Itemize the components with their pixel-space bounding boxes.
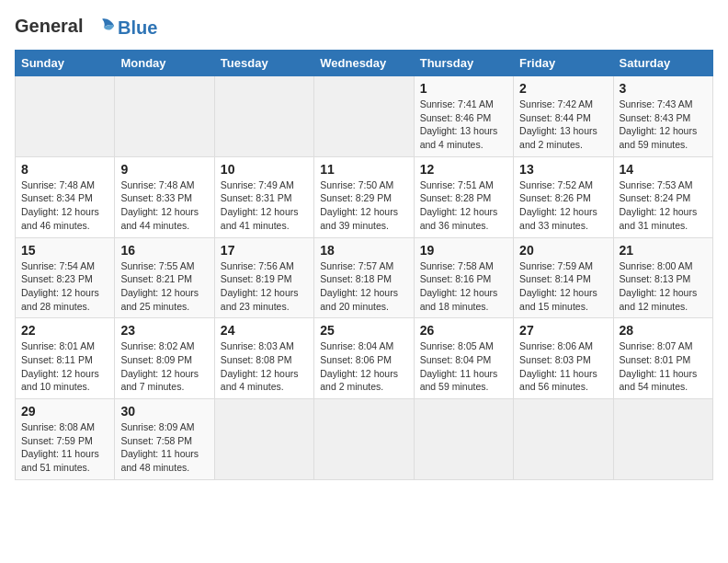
day-number: 14	[620, 162, 707, 177]
day-detail: Sunrise: 8:05 AMSunset: 8:04 PMDaylight:…	[420, 339, 507, 394]
day-number: 29	[21, 404, 108, 419]
day-number: 2	[519, 81, 607, 96]
calendar-cell	[214, 76, 313, 157]
day-detail: Sunrise: 7:48 AMSunset: 8:34 PMDaylight:…	[21, 178, 108, 233]
day-detail: Sunrise: 8:02 AMSunset: 8:09 PMDaylight:…	[120, 339, 208, 394]
day-detail: Sunrise: 8:00 AMSunset: 8:13 PMDaylight:…	[620, 259, 707, 314]
calendar-cell: 15 Sunrise: 7:54 AMSunset: 8:23 PMDaylig…	[16, 237, 115, 318]
calendar-cell	[115, 76, 214, 157]
calendar-week-5: 29 Sunrise: 8:08 AMSunset: 7:59 PMDaylig…	[16, 399, 713, 480]
calendar-cell: 17 Sunrise: 7:56 AMSunset: 8:19 PMDaylig…	[214, 237, 313, 318]
calendar-cell: 21 Sunrise: 8:00 AMSunset: 8:13 PMDaylig…	[613, 237, 712, 318]
day-detail: Sunrise: 7:54 AMSunset: 8:23 PMDaylight:…	[21, 259, 108, 314]
calendar-table: SundayMondayTuesdayWednesdayThursdayFrid…	[15, 50, 713, 480]
calendar-cell: 16 Sunrise: 7:55 AMSunset: 8:21 PMDaylig…	[115, 237, 214, 318]
day-number: 27	[519, 323, 607, 338]
day-number: 15	[21, 243, 108, 258]
weekday-header-monday: Monday	[115, 51, 214, 76]
calendar-cell: 23 Sunrise: 8:02 AMSunset: 8:09 PMDaylig…	[115, 318, 214, 399]
calendar-cell	[314, 399, 414, 480]
calendar-week-2: 8 Sunrise: 7:48 AMSunset: 8:34 PMDayligh…	[16, 156, 713, 237]
day-number: 16	[120, 243, 208, 258]
day-detail: Sunrise: 7:49 AMSunset: 8:31 PMDaylight:…	[221, 178, 308, 233]
calendar-cell: 20 Sunrise: 7:59 AMSunset: 8:14 PMDaylig…	[514, 237, 613, 318]
day-number: 24	[221, 323, 308, 338]
calendar-cell: 30 Sunrise: 8:09 AMSunset: 7:58 PMDaylig…	[115, 399, 214, 480]
calendar-cell: 3 Sunrise: 7:43 AMSunset: 8:43 PMDayligh…	[613, 76, 712, 157]
day-number: 21	[620, 243, 707, 258]
day-detail: Sunrise: 8:08 AMSunset: 7:59 PMDaylight:…	[21, 420, 108, 475]
calendar-cell: 9 Sunrise: 7:48 AMSunset: 8:33 PMDayligh…	[115, 156, 214, 237]
day-number: 25	[320, 323, 407, 338]
day-number: 3	[620, 81, 707, 96]
day-detail: Sunrise: 7:43 AMSunset: 8:43 PMDaylight:…	[620, 98, 707, 152]
calendar-cell: 26 Sunrise: 8:05 AMSunset: 8:04 PMDaylig…	[414, 318, 513, 399]
day-number: 20	[519, 243, 607, 258]
calendar-cell: 8 Sunrise: 7:48 AMSunset: 8:34 PMDayligh…	[16, 156, 115, 237]
day-detail: Sunrise: 7:42 AMSunset: 8:44 PMDaylight:…	[519, 98, 607, 152]
calendar-cell	[514, 399, 613, 480]
day-number: 28	[620, 323, 707, 338]
day-detail: Sunrise: 7:57 AMSunset: 8:18 PMDaylight:…	[320, 259, 407, 314]
calendar-cell: 10 Sunrise: 7:49 AMSunset: 8:31 PMDaylig…	[214, 156, 313, 237]
calendar-cell: 11 Sunrise: 7:50 AMSunset: 8:29 PMDaylig…	[314, 156, 414, 237]
day-detail: Sunrise: 7:56 AMSunset: 8:19 PMDaylight:…	[221, 259, 308, 314]
weekday-header-saturday: Saturday	[613, 51, 712, 76]
calendar-week-1: 1 Sunrise: 7:41 AMSunset: 8:46 PMDayligh…	[16, 76, 713, 157]
calendar-week-4: 22 Sunrise: 8:01 AMSunset: 8:11 PMDaylig…	[16, 318, 713, 399]
calendar-cell	[414, 399, 513, 480]
day-number: 1	[420, 81, 507, 96]
calendar-cell	[16, 76, 115, 157]
day-detail: Sunrise: 8:01 AMSunset: 8:11 PMDaylight:…	[21, 339, 108, 394]
logo-bird-icon	[90, 15, 116, 40]
day-number: 18	[320, 243, 407, 258]
day-number: 13	[519, 162, 607, 177]
logo: General Blue	[15, 15, 157, 40]
day-detail: Sunrise: 8:07 AMSunset: 8:01 PMDaylight:…	[620, 339, 707, 394]
calendar-cell: 13 Sunrise: 7:52 AMSunset: 8:26 PMDaylig…	[514, 156, 613, 237]
day-detail: Sunrise: 8:03 AMSunset: 8:08 PMDaylight:…	[221, 339, 308, 394]
day-number: 30	[120, 404, 208, 419]
day-detail: Sunrise: 7:41 AMSunset: 8:46 PMDaylight:…	[420, 98, 507, 152]
day-number: 12	[420, 162, 507, 177]
logo-general: General	[15, 16, 83, 36]
calendar-cell	[214, 399, 313, 480]
calendar-cell: 27 Sunrise: 8:06 AMSunset: 8:03 PMDaylig…	[514, 318, 613, 399]
calendar-cell: 2 Sunrise: 7:42 AMSunset: 8:44 PMDayligh…	[514, 76, 613, 157]
day-detail: Sunrise: 7:48 AMSunset: 8:33 PMDaylight:…	[120, 178, 208, 233]
day-detail: Sunrise: 7:51 AMSunset: 8:28 PMDaylight:…	[420, 178, 507, 233]
day-detail: Sunrise: 7:55 AMSunset: 8:21 PMDaylight:…	[120, 259, 208, 314]
day-detail: Sunrise: 7:59 AMSunset: 8:14 PMDaylight:…	[519, 259, 607, 314]
day-number: 10	[221, 162, 308, 177]
day-number: 26	[420, 323, 507, 338]
day-detail: Sunrise: 8:09 AMSunset: 7:58 PMDaylight:…	[120, 420, 208, 475]
calendar-cell: 1 Sunrise: 7:41 AMSunset: 8:46 PMDayligh…	[414, 76, 513, 157]
calendar-cell: 29 Sunrise: 8:08 AMSunset: 7:59 PMDaylig…	[16, 399, 115, 480]
day-detail: Sunrise: 7:50 AMSunset: 8:29 PMDaylight:…	[320, 178, 407, 233]
calendar-week-3: 15 Sunrise: 7:54 AMSunset: 8:23 PMDaylig…	[16, 237, 713, 318]
calendar-cell: 24 Sunrise: 8:03 AMSunset: 8:08 PMDaylig…	[214, 318, 313, 399]
weekday-header-sunday: Sunday	[16, 51, 115, 76]
logo-blue: Blue	[118, 17, 157, 39]
calendar-cell	[613, 399, 712, 480]
calendar-cell	[314, 76, 414, 157]
day-number: 9	[120, 162, 208, 177]
day-number: 22	[21, 323, 108, 338]
calendar-cell: 28 Sunrise: 8:07 AMSunset: 8:01 PMDaylig…	[613, 318, 712, 399]
day-number: 23	[120, 323, 208, 338]
day-detail: Sunrise: 8:06 AMSunset: 8:03 PMDaylight:…	[519, 339, 607, 394]
day-number: 8	[21, 162, 108, 177]
weekday-header-wednesday: Wednesday	[314, 51, 414, 76]
day-detail: Sunrise: 7:53 AMSunset: 8:24 PMDaylight:…	[620, 178, 707, 233]
day-detail: Sunrise: 7:52 AMSunset: 8:26 PMDaylight:…	[519, 178, 607, 233]
day-number: 17	[221, 243, 308, 258]
page-header: General Blue	[15, 15, 713, 40]
calendar-cell: 12 Sunrise: 7:51 AMSunset: 8:28 PMDaylig…	[414, 156, 513, 237]
day-number: 11	[320, 162, 407, 177]
weekday-header-friday: Friday	[514, 51, 613, 76]
weekday-header-thursday: Thursday	[414, 51, 513, 76]
day-detail: Sunrise: 7:58 AMSunset: 8:16 PMDaylight:…	[420, 259, 507, 314]
calendar-cell: 25 Sunrise: 8:04 AMSunset: 8:06 PMDaylig…	[314, 318, 414, 399]
day-detail: Sunrise: 8:04 AMSunset: 8:06 PMDaylight:…	[320, 339, 407, 394]
calendar-cell: 19 Sunrise: 7:58 AMSunset: 8:16 PMDaylig…	[414, 237, 513, 318]
